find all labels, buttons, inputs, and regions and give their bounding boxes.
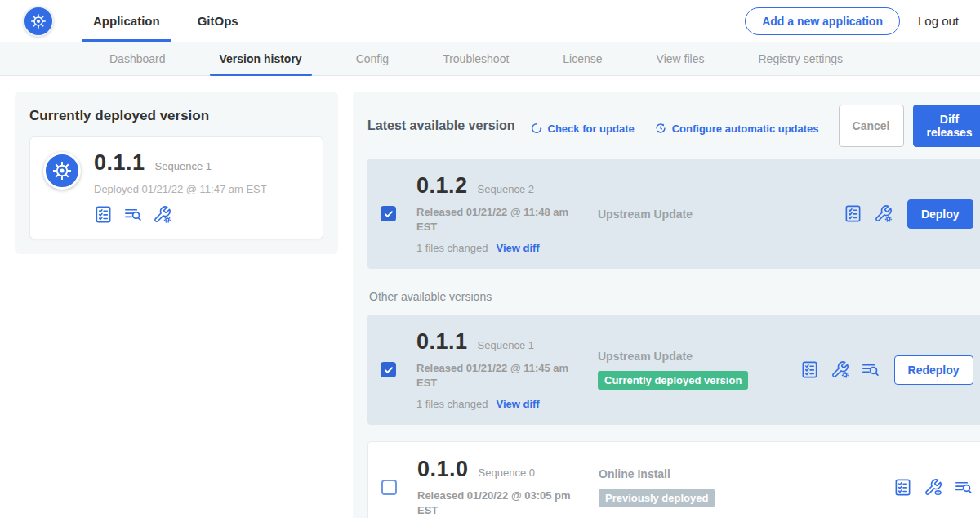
auto-update-clock-icon [654,122,667,135]
view-config-wrench-eye-icon[interactable] [924,478,942,497]
currently-deployed-panel: Currently deployed version 0.1.1 Sequenc… [15,92,338,254]
version-checkbox-0-1-2[interactable] [381,206,396,221]
version-number: 0.1.1 [416,329,468,355]
version-source: Online Install Previously deployed [599,467,893,507]
version-actions: Deploy [844,199,973,229]
tab-gitops[interactable]: GitOps [186,0,250,42]
redeploy-button[interactable]: Redeploy [894,355,973,385]
add-application-button[interactable]: Add a new application [745,7,900,35]
preflight-checklist-icon[interactable] [800,360,819,379]
released-timestamp: Released 01/21/22 @ 11:48 am EST [416,205,580,234]
version-card-0-1-0: 0.1.0 Sequence 0 Released 01/20/22 @ 03:… [368,441,980,518]
app-logo-icon [43,152,81,190]
preflight-checklist-icon[interactable] [893,478,912,497]
preflight-checklist-icon[interactable] [844,204,862,223]
main-content: Currently deployed version 0.1.1 Sequenc… [0,76,980,518]
version-actions [893,478,973,497]
check-for-update-link[interactable]: Check for update [530,122,635,135]
edit-config-wrench-gear-icon[interactable] [831,360,849,379]
deploy-logs-search-icon[interactable] [123,205,142,224]
released-timestamp: Released 01/20/22 @ 03:05 pm EST [417,489,581,517]
top-nav: Application GitOps Add a new application… [0,0,980,42]
version-sequence: Sequence 0 [479,467,535,479]
version-info: 0.1.1 Sequence 1 Released 01/21/22 @ 11:… [416,329,598,410]
subnav-config[interactable]: Config [346,42,399,75]
checkmark-icon [384,365,394,375]
files-changed-label: 1 files changed [416,398,488,410]
currently-deployed-title: Currently deployed version [29,108,323,124]
latest-available-title: Latest available version [368,118,515,133]
deployed-timestamp: Deployed 01/21/22 @ 11:47 am EST [94,183,267,195]
deploy-logs-search-icon[interactable] [954,478,973,497]
version-sequence: Sequence 1 [478,339,534,351]
configure-updates-label: Configure automatic updates [672,123,819,135]
tab-application-label: Application [93,14,160,28]
version-number: 0.1.0 [417,457,469,482]
version-source: Upstream Update Currently deployed versi… [598,350,800,390]
currently-deployed-badge: Currently deployed version [598,371,748,390]
version-card-0-1-1: 0.1.1 Sequence 1 Released 01/21/22 @ 11:… [368,315,980,425]
available-versions-header: Latest available version Check for updat… [368,105,980,147]
version-sequence: Sequence 2 [478,183,534,195]
configure-automatic-updates-link[interactable]: Configure automatic updates [654,122,819,135]
subnav-license[interactable]: License [553,42,612,75]
edit-config-wrench-gear-icon[interactable] [153,205,172,224]
version-info: 0.1.2 Sequence 2 Released 01/21/22 @ 11:… [416,173,598,254]
deploy-button[interactable]: Deploy [907,199,973,229]
version-actions: Redeploy [800,355,973,385]
kubernetes-logo-icon [23,6,54,37]
deployed-version-number: 0.1.1 [94,150,145,176]
version-number: 0.1.2 [416,173,468,199]
subnav-dashboard[interactable]: Dashboard [100,42,176,75]
version-checkbox-0-1-1[interactable] [381,362,396,377]
version-source: Upstream Update [598,208,844,221]
diff-releases-button[interactable]: Diff releases [913,105,980,147]
tab-gitops-label: GitOps [198,14,238,28]
deployed-action-icons [94,205,267,224]
edit-config-wrench-gear-icon[interactable] [874,204,893,223]
app-subnav: Dashboard Version history Config Trouble… [0,42,980,76]
deployed-version-details: 0.1.1 Sequence 1 Deployed 01/21/22 @ 11:… [94,150,267,224]
version-checkbox-0-1-0[interactable] [381,480,397,495]
released-timestamp: Released 01/21/22 @ 11:45 am EST [416,361,580,390]
check-for-update-label: Check for update [548,123,635,135]
files-changed-label: 1 files changed [416,242,488,254]
subnav-troubleshoot[interactable]: Troubleshoot [433,42,519,75]
source-label: Online Install [599,467,893,480]
subnav-version-history[interactable]: Version history [210,42,312,75]
top-right-actions: Add a new application Log out [745,7,980,35]
diff-actions: Cancel Diff releases [839,105,980,147]
source-label: Upstream Update [598,208,844,221]
view-diff-link[interactable]: View diff [496,398,539,410]
preflight-checklist-icon[interactable] [94,205,113,224]
deployed-version-card: 0.1.1 Sequence 1 Deployed 01/21/22 @ 11:… [29,136,323,239]
source-label: Upstream Update [598,350,800,363]
other-available-versions-label: Other available versions [369,290,980,303]
logout-link[interactable]: Log out [918,14,959,28]
version-card-0-1-2: 0.1.2 Sequence 2 Released 01/21/22 @ 11:… [368,159,980,269]
tab-application[interactable]: Application [82,0,172,42]
deployed-sequence: Sequence 1 [155,160,212,172]
kots-admin-console: Application GitOps Add a new application… [0,0,980,518]
available-versions-panel: Latest available version Check for updat… [353,92,980,518]
previously-deployed-badge: Previously deployed [599,489,715,507]
deploy-logs-search-icon[interactable] [861,360,880,379]
refresh-icon [530,122,543,135]
checkmark-icon [384,209,394,219]
cancel-button[interactable]: Cancel [839,105,904,147]
version-info: 0.1.0 Sequence 0 Released 01/20/22 @ 03:… [417,457,599,517]
subnav-registry-settings[interactable]: Registry settings [748,42,852,75]
subnav-view-files[interactable]: View files [647,42,715,75]
top-tabs: Application GitOps [82,0,265,42]
view-diff-link[interactable]: View diff [496,242,539,254]
